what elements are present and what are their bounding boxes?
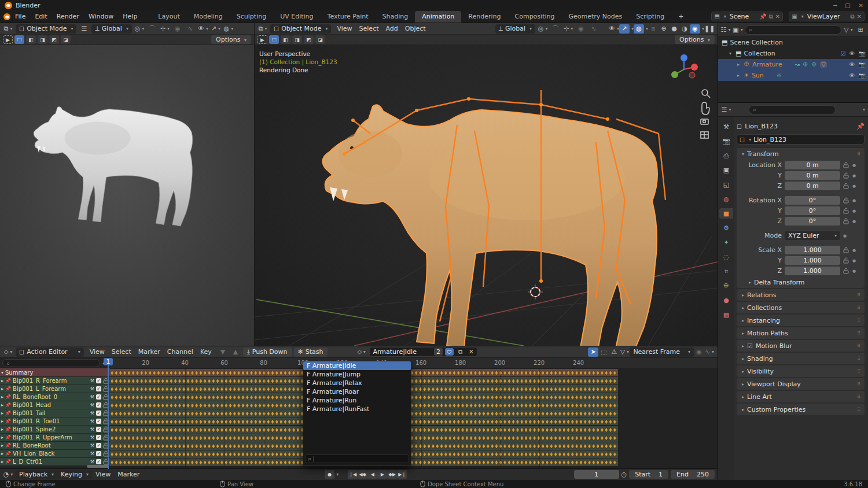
frame-end-field[interactable]: End250 xyxy=(671,470,715,479)
pin-icon[interactable]: 📌 xyxy=(5,443,11,448)
pin-icon[interactable]: 📌 xyxy=(5,386,11,391)
lock-icon[interactable] xyxy=(843,247,849,253)
tweak-tool-icon[interactable]: ▶ xyxy=(3,35,13,44)
menu-keying[interactable]: Keying▾ xyxy=(57,470,92,479)
editor-mode-dropdown[interactable]: ◻ Action Editor▾ xyxy=(16,347,84,357)
outliner-item-collection[interactable]: ▾⬒Collection☑👁📷 xyxy=(718,48,868,59)
menu-key[interactable]: Key xyxy=(197,348,215,356)
overlays-icon[interactable]: ◍▾ xyxy=(223,24,234,34)
checkbox-icon[interactable]: ☑ xyxy=(841,50,846,57)
properties-search-input[interactable]: ⌕ xyxy=(749,105,836,114)
channel-rl-boneroot-0[interactable]: ▸📌RL_BoneRoot_0⚒✓ xyxy=(0,393,110,401)
action-name-field[interactable]: Armature|Idle 2 🛡 ⧉ ✕ xyxy=(369,347,477,357)
editor-type-icon[interactable]: ⧉▾ xyxy=(3,24,13,34)
stopwatch-icon[interactable]: ◷ xyxy=(621,471,627,478)
stash-button[interactable]: ❄ Stash xyxy=(294,347,328,357)
snap-magnet-icon[interactable]: ⌒ xyxy=(147,24,157,34)
new-action-icon[interactable]: ⧉ xyxy=(456,347,465,357)
options-button-right[interactable]: Options ▾ xyxy=(675,35,715,44)
modifier-wrench-icon[interactable]: ⚒ xyxy=(90,394,94,400)
eye-icon[interactable]: 👁 xyxy=(849,61,855,68)
visibility-icon[interactable]: 👁▾ xyxy=(198,24,208,34)
proportional-edit-icon[interactable]: ◉ xyxy=(172,24,183,34)
physics-tab-icon[interactable]: ◌ xyxy=(719,252,733,262)
proportional-falloff-icon[interactable]: ∿ xyxy=(589,24,599,34)
fake-user-shield-icon[interactable]: 🛡 xyxy=(445,348,454,356)
gizmo-icon[interactable]: ↗▾ xyxy=(211,24,221,34)
viewport-left-canvas[interactable] xyxy=(0,45,254,346)
proportional-falloff-icon[interactable]: ∿ xyxy=(185,24,196,34)
menu-marker[interactable]: Marker xyxy=(114,471,143,478)
dropdown-item-f-armature-relax[interactable]: F Armature|Relax xyxy=(303,379,411,387)
modifier-tab-icon[interactable]: ⚙ xyxy=(719,223,733,233)
gizmo-toggle-icon[interactable]: ↗ xyxy=(619,24,630,34)
lock-icon[interactable] xyxy=(843,208,849,214)
proportional-edit-icon[interactable]: ◉ xyxy=(576,24,586,34)
modifier-wrench-icon[interactable]: ⚒ xyxy=(90,411,94,416)
camera-icon[interactable]: 📷 xyxy=(859,61,866,68)
modifier-wrench-icon[interactable]: ⚒ xyxy=(90,419,94,424)
animate-dot-icon[interactable]: ● xyxy=(852,173,856,178)
tool-tab-icon[interactable]: ⚒ xyxy=(719,121,733,132)
play-button[interactable]: ▶ xyxy=(377,470,387,479)
snap-target-icon[interactable]: ⊹▾ xyxy=(563,24,573,34)
snap-target-icon[interactable]: ⊹▾ xyxy=(160,24,170,34)
tab-sculpting[interactable]: Sculpting xyxy=(230,11,273,23)
panel-header-motion-blur[interactable]: ▸☑Motion Blur⠿ xyxy=(737,340,865,352)
menu-edit[interactable]: Edit xyxy=(30,12,52,21)
world-tab-icon[interactable]: ◍ xyxy=(719,194,733,204)
animate-dot-icon[interactable]: ● xyxy=(852,269,856,273)
pin-icon[interactable]: 📌 xyxy=(5,427,11,432)
channel-search[interactable]: ⌕ ↔ xyxy=(0,358,110,368)
select-new-icon[interactable]: ◧ xyxy=(26,35,36,44)
lock-icon[interactable] xyxy=(843,162,849,168)
dropdown-search-input[interactable]: ⌕ xyxy=(305,454,409,463)
jump-end-button[interactable]: ▶❘ xyxy=(397,470,407,479)
modifier-wrench-icon[interactable]: ⚒ xyxy=(90,459,94,464)
mute-checkbox-icon[interactable]: ✓ xyxy=(96,427,101,432)
viewport-right-canvas[interactable]: User Perspective (1) Collection | Lion_B… xyxy=(255,45,718,346)
viewlayer-tab-icon[interactable]: ▣ xyxy=(719,165,733,175)
expand-icon[interactable]: ▸ xyxy=(1,435,3,440)
play-reverse-button[interactable]: ◀ xyxy=(367,470,377,479)
mute-checkbox-icon[interactable]: ✓ xyxy=(96,378,101,383)
menu-view[interactable]: View xyxy=(92,471,114,478)
panel-header-viewport-display[interactable]: ▸Viewport Display⠿ xyxy=(737,378,865,390)
xray-icon[interactable]: ⧈ xyxy=(648,24,659,34)
expand-icon[interactable]: ▾ xyxy=(727,51,733,56)
jump-start-button[interactable]: ❘◀ xyxy=(348,470,358,479)
lock-icon[interactable] xyxy=(843,197,849,204)
only-selected-icon[interactable]: ➤ xyxy=(588,347,598,357)
mode-dropdown-right[interactable]: ◻ Object Mode▾ xyxy=(270,24,331,34)
select-intersect-icon[interactable]: ◪ xyxy=(61,35,71,44)
transform-value-field[interactable]: 0° xyxy=(785,206,840,215)
display-mode-icon[interactable]: ▣▾ xyxy=(733,25,743,35)
orientation-dropdown-left[interactable]: ⟂ Global▾ xyxy=(91,24,131,34)
panel-header-instancing[interactable]: ▸Instancing⠿ xyxy=(737,315,865,326)
close-button[interactable]: ✕ xyxy=(859,2,863,9)
pin-icon[interactable]: 📌 xyxy=(5,411,11,416)
outliner-item-sun[interactable]: ▸☀Sun☼👁📷 xyxy=(718,70,868,81)
constraints-tab-icon[interactable]: ⌗ xyxy=(719,266,733,276)
animate-dot-icon[interactable]: ● xyxy=(852,258,856,263)
menu-select[interactable]: Select xyxy=(108,348,135,356)
animate-dot-icon[interactable]: ● xyxy=(852,248,856,253)
animate-dot-icon[interactable]: ● xyxy=(852,209,856,213)
outliner-item-armature[interactable]: ▸𐀏Armature↝𐀏𐀏▽👁📷 xyxy=(718,59,868,70)
blender-menu-icon[interactable] xyxy=(3,13,10,20)
new-collection-icon[interactable]: ⊞ xyxy=(855,25,866,35)
transform-value-field[interactable]: 0° xyxy=(785,217,840,225)
current-frame-field[interactable]: 1 xyxy=(574,470,619,479)
mute-checkbox-icon[interactable]: ✓ xyxy=(96,419,101,424)
panel-header-collections[interactable]: ▸Collections⠿ xyxy=(737,302,865,313)
pause-render-icon[interactable]: ❚❚ xyxy=(704,24,715,34)
panel-header-line-art[interactable]: ▸Line Art⠿ xyxy=(737,391,865,402)
channel-bip001-l-forearm[interactable]: ▸📌Bip001_L_Forearm⚒✓ xyxy=(0,385,110,393)
pin-icon[interactable]: 📌 xyxy=(5,459,11,464)
menu-view[interactable]: View xyxy=(333,25,355,32)
snap-dropdown[interactable]: Nearest Frame▾ xyxy=(630,347,694,357)
editor-type-icon[interactable]: ☰▾ xyxy=(721,105,731,114)
collapsed-menus-icon[interactable]: ☰ xyxy=(79,24,89,34)
filter-icon[interactable]: ▽▾ xyxy=(843,25,854,35)
editor-type-icon[interactable]: ⧉▾ xyxy=(258,24,268,34)
